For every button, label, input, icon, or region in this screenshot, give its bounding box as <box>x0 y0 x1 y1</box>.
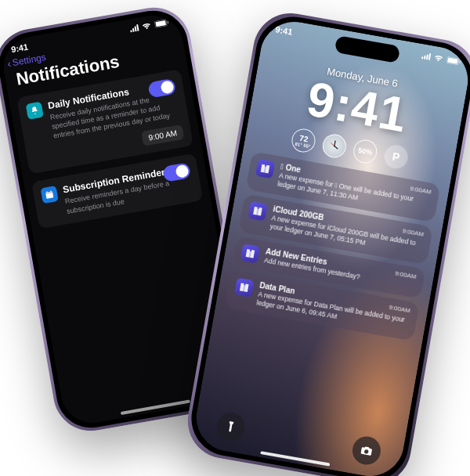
battery-percent: 50% <box>358 146 373 157</box>
weather-range: 81° 55° <box>295 141 311 148</box>
app-icon <box>240 243 260 263</box>
flashlight-button[interactable] <box>215 410 248 443</box>
app-icon <box>255 159 275 178</box>
phone-lockscreen: 9:41 Monday, June 6 9:41 72 81° 55° <box>182 7 470 476</box>
daily-notifications-time[interactable]: 9:00 AM <box>141 124 184 146</box>
app-widget-letter: P <box>392 150 401 164</box>
camera-button[interactable] <box>350 435 383 467</box>
svg-line-11 <box>334 141 335 146</box>
battery-widget[interactable]: 50% <box>352 138 379 165</box>
lock-screen: 9:41 Monday, June 6 9:41 72 81° 55° <box>191 16 470 476</box>
bell-icon <box>26 102 44 120</box>
app-icon <box>248 201 267 221</box>
lock-bottom-row <box>193 406 404 471</box>
notifications-stack:  One A new expense for  One will be ad… <box>215 150 450 343</box>
app-widget[interactable]: P <box>382 143 410 171</box>
flashlight-icon <box>223 420 238 435</box>
app-icon <box>234 278 254 298</box>
camera-icon <box>360 443 374 458</box>
calendar-icon <box>41 186 59 204</box>
clock-widget[interactable] <box>321 132 349 160</box>
clock-face-icon <box>323 134 346 157</box>
weather-widget[interactable]: 72 81° 55° <box>290 127 317 154</box>
